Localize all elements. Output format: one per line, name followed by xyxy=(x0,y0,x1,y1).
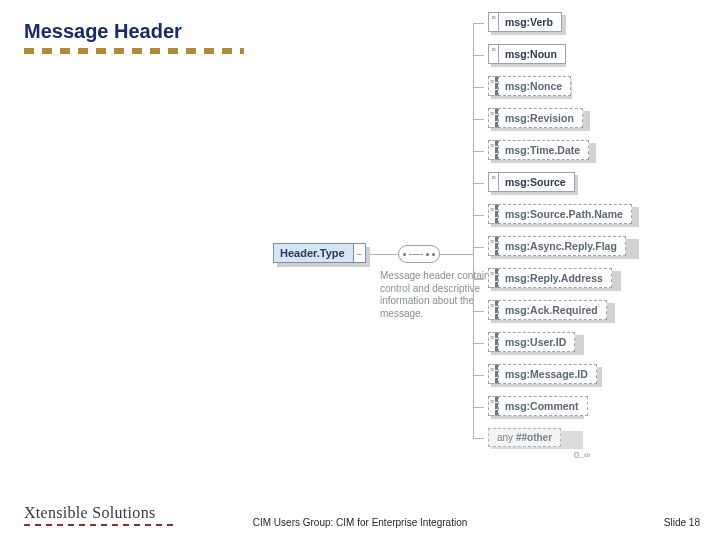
element-label: msg:Async.Reply.Flag xyxy=(498,236,626,256)
any-occurs: 0..∞ xyxy=(574,450,590,460)
element-label: msg:Ack.Required xyxy=(498,300,607,320)
title-underline xyxy=(24,48,244,54)
schema-element: ≡msg:Nonce xyxy=(484,76,694,98)
element-label: msg:User.ID xyxy=(498,332,575,352)
attributes-indicator-icon: ≡ xyxy=(488,364,498,384)
connector-stub xyxy=(473,311,484,312)
schema-element: ≡msg:Noun xyxy=(484,44,694,66)
connector-stub xyxy=(473,183,484,184)
element-label: msg:Revision xyxy=(498,108,583,128)
root-label: Header.Type xyxy=(273,243,354,263)
children-column: ≡msg:Verb≡msg:Noun≡msg:Nonce≡msg:Revisio… xyxy=(484,12,694,450)
element-label: msg:Message.ID xyxy=(498,364,597,384)
attributes-indicator-icon: ≡ xyxy=(488,172,498,192)
collapse-toggle-icon: – xyxy=(354,243,366,263)
any-prefix: any xyxy=(497,432,513,443)
attributes-indicator-icon: ≡ xyxy=(488,140,498,160)
attributes-indicator-icon: ≡ xyxy=(488,12,498,32)
connector-stub xyxy=(473,215,484,216)
connector-stub xyxy=(473,55,484,56)
schema-element: ≡msg:Source xyxy=(484,172,694,194)
connector-stub xyxy=(473,343,484,344)
connector-line xyxy=(370,254,398,255)
schema-element: ≡msg:Verb xyxy=(484,12,694,34)
connector-stub xyxy=(473,23,484,24)
attributes-indicator-icon: ≡ xyxy=(488,236,498,256)
connector-stub xyxy=(473,438,484,439)
element-label: msg:Nonce xyxy=(498,76,571,96)
attributes-indicator-icon: ≡ xyxy=(488,396,498,416)
element-label: msg:Source.Path.Name xyxy=(498,204,632,224)
footer-caption: CIM Users Group: CIM for Enterprise Inte… xyxy=(0,517,720,528)
attributes-indicator-icon: ≡ xyxy=(488,268,498,288)
connector-stub xyxy=(473,151,484,152)
connector-stub xyxy=(473,279,484,280)
attributes-indicator-icon: ≡ xyxy=(488,108,498,128)
element-label: msg:Time.Date xyxy=(498,140,589,160)
connector-stub xyxy=(473,407,484,408)
attributes-indicator-icon: ≡ xyxy=(488,44,498,64)
schema-element: ≡msg:Source.Path.Name xyxy=(484,204,694,226)
element-label: msg:Reply.Address xyxy=(498,268,612,288)
element-label: msg:Comment xyxy=(498,396,588,416)
any-namespace: ##other xyxy=(516,432,552,443)
attributes-indicator-icon: ≡ xyxy=(488,332,498,352)
attributes-indicator-icon: ≡ xyxy=(488,204,498,224)
connector-stub xyxy=(473,247,484,248)
element-label: msg:Verb xyxy=(498,12,562,32)
element-label: msg:Noun xyxy=(498,44,566,64)
slide-title: Message Header xyxy=(24,20,182,43)
root-element: Header.Type – xyxy=(273,243,366,263)
connector-stub xyxy=(473,375,484,376)
schema-element: ≡msg:Message.ID xyxy=(484,364,694,386)
connector-stub xyxy=(473,119,484,120)
schema-element: ≡msg:User.ID xyxy=(484,332,694,354)
attributes-indicator-icon: ≡ xyxy=(488,300,498,320)
element-label: msg:Source xyxy=(498,172,575,192)
schema-element: ≡msg:Ack.Required xyxy=(484,300,694,322)
sequence-compositor-icon xyxy=(398,245,440,263)
schema-element: ≡msg:Comment xyxy=(484,396,694,418)
attributes-indicator-icon: ≡ xyxy=(488,76,498,96)
schema-element: ≡msg:Revision xyxy=(484,108,694,130)
schema-element: ≡msg:Reply.Address xyxy=(484,268,694,290)
schema-element: ≡msg:Time.Date xyxy=(484,140,694,162)
connector-stub xyxy=(473,87,484,88)
footer-slide-number: Slide 18 xyxy=(664,517,700,528)
schema-element: ≡msg:Async.Reply.Flag xyxy=(484,236,694,258)
schema-any: any ##other0..∞ xyxy=(484,428,694,450)
connector-line xyxy=(440,254,474,255)
